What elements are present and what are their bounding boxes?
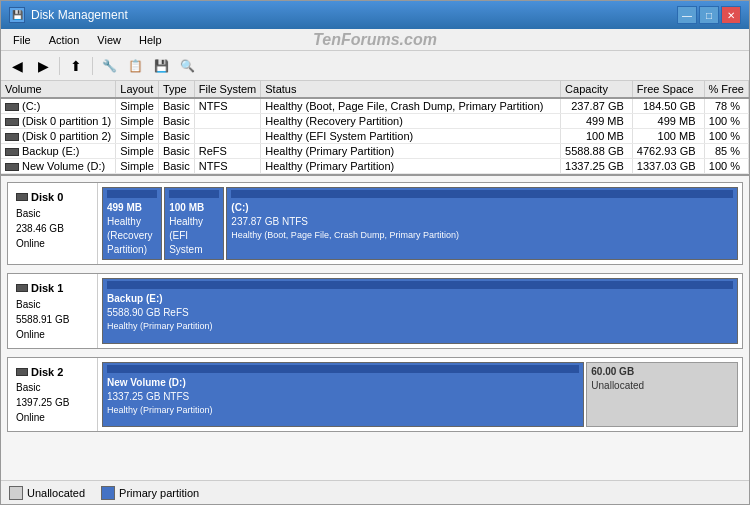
legend: Unallocated Primary partition (1, 480, 749, 504)
cell-volume: (C:) (1, 98, 116, 114)
part-label: 499 MB (107, 201, 157, 215)
part-bar (169, 190, 219, 198)
cell-layout: Simple (116, 159, 159, 174)
volume-table: Volume Layout Type File System Status Ca… (1, 81, 749, 174)
disk-status: Online (16, 327, 89, 342)
table-row[interactable]: (Disk 0 partition 1) Simple Basic Health… (1, 114, 749, 129)
partition-0-2[interactable]: (C:)237.87 GB NTFSHealthy (Boot, Page Fi… (226, 187, 738, 260)
table-row[interactable]: Backup (E:) Simple Basic ReFS Healthy (P… (1, 144, 749, 159)
cell-capacity: 1337.25 GB (561, 159, 633, 174)
part-sublabel2: Healthy (Primary Partition) (107, 320, 733, 333)
legend-primary-label: Primary partition (119, 487, 199, 499)
menu-action[interactable]: Action (41, 32, 88, 48)
disk-partitions-0: 499 MBHealthy (Recovery Partition)100 MB… (98, 183, 742, 264)
disk-visualization: Disk 0Basic238.46 GBOnline499 MBHealthy … (1, 176, 749, 480)
maximize-button[interactable]: □ (699, 6, 719, 24)
cell-layout: Simple (116, 114, 159, 129)
menu-help[interactable]: Help (131, 32, 170, 48)
toolbar-icon1[interactable]: 🔧 (97, 55, 121, 77)
cell-status: Healthy (EFI System Partition) (261, 129, 561, 144)
cell-volume: Backup (E:) (1, 144, 116, 159)
menu-bar: File Action View Help TenForums.com (1, 29, 749, 51)
partition-0-1[interactable]: 100 MBHealthy (EFI System (164, 187, 224, 260)
cell-layout: Simple (116, 144, 159, 159)
part-sublabel: 5588.90 GB ReFS (107, 306, 733, 320)
cell-free: 100 MB (632, 129, 704, 144)
legend-unalloc-box (9, 486, 23, 500)
cell-type: Basic (158, 114, 194, 129)
col-freespace: Free Space (632, 81, 704, 98)
toolbar-up[interactable]: ⬆ (64, 55, 88, 77)
disk-row-0: Disk 0Basic238.46 GBOnline499 MBHealthy … (7, 182, 743, 265)
part-sublabel2: Healthy (Primary Partition) (107, 404, 579, 417)
cell-capacity: 499 MB (561, 114, 633, 129)
cell-capacity: 237.87 GB (561, 98, 633, 114)
col-volume: Volume (1, 81, 116, 98)
legend-unallocated: Unallocated (9, 486, 85, 500)
disk-partitions-2: New Volume (D:)1337.25 GB NTFSHealthy (P… (98, 358, 742, 432)
toolbar-sep2 (92, 57, 93, 75)
partition-2-1[interactable]: 60.00 GBUnallocated (586, 362, 738, 428)
table-row[interactable]: New Volume (D:) Simple Basic NTFS Health… (1, 159, 749, 174)
part-bar (107, 281, 733, 289)
col-status: Status (261, 81, 561, 98)
toolbar-icon2[interactable]: 📋 (123, 55, 147, 77)
disk-size: 1397.25 GB (16, 395, 89, 410)
legend-primary: Primary partition (101, 486, 199, 500)
cell-type: Basic (158, 159, 194, 174)
cell-free: 1337.03 GB (632, 159, 704, 174)
cell-type: Basic (158, 98, 194, 114)
cell-pct: 100 % (704, 159, 748, 174)
toolbar-forward[interactable]: ▶ (31, 55, 55, 77)
part-bar (107, 365, 579, 373)
toolbar-icon4[interactable]: 🔍 (175, 55, 199, 77)
part-sublabel: 1337.25 GB NTFS (107, 390, 579, 404)
minimize-button[interactable]: — (677, 6, 697, 24)
toolbar-icon3[interactable]: 💾 (149, 55, 173, 77)
table-header-row: Volume Layout Type File System Status Ca… (1, 81, 749, 98)
title-bar: 💾 Disk Management — □ ✕ (1, 1, 749, 29)
legend-primary-box (101, 486, 115, 500)
cell-fs: ReFS (194, 144, 260, 159)
cell-layout: Simple (116, 98, 159, 114)
window-controls: — □ ✕ (677, 6, 741, 24)
menu-file[interactable]: File (5, 32, 39, 48)
cell-free: 499 MB (632, 114, 704, 129)
disk-status: Online (16, 410, 89, 425)
watermark: TenForums.com (313, 31, 437, 49)
partition-1-0[interactable]: Backup (E:)5588.90 GB ReFSHealthy (Prima… (102, 278, 738, 344)
col-type: Type (158, 81, 194, 98)
part-sublabel: 237.87 GB NTFS (231, 215, 733, 229)
cell-volume: (Disk 0 partition 1) (1, 114, 116, 129)
table-row[interactable]: (Disk 0 partition 2) Simple Basic Health… (1, 129, 749, 144)
disk-status: Online (16, 236, 89, 251)
disk-size: 5588.91 GB (16, 312, 89, 327)
table-row[interactable]: (C:) Simple Basic NTFS Healthy (Boot, Pa… (1, 98, 749, 114)
title-left: 💾 Disk Management (9, 7, 128, 23)
partition-2-0[interactable]: New Volume (D:)1337.25 GB NTFSHealthy (P… (102, 362, 584, 428)
toolbar-sep1 (59, 57, 60, 75)
partition-0-0[interactable]: 499 MBHealthy (Recovery Partition) (102, 187, 162, 260)
disk-label-0: Disk 0Basic238.46 GBOnline (8, 183, 98, 264)
cell-status: Healthy (Primary Partition) (261, 144, 561, 159)
toolbar-back[interactable]: ◀ (5, 55, 29, 77)
disk-name: Disk 2 (16, 364, 89, 381)
menu-view[interactable]: View (89, 32, 129, 48)
disk-management-window: 💾 Disk Management — □ ✕ File Action View… (0, 0, 750, 505)
cell-free: 184.50 GB (632, 98, 704, 114)
main-content: Volume Layout Type File System Status Ca… (1, 81, 749, 504)
cell-capacity: 100 MB (561, 129, 633, 144)
window-title: Disk Management (31, 8, 128, 22)
cell-pct: 85 % (704, 144, 748, 159)
part-bar (107, 190, 157, 198)
cell-type: Basic (158, 129, 194, 144)
close-button[interactable]: ✕ (721, 6, 741, 24)
col-filesystem: File System (194, 81, 260, 98)
disk-type: Basic (16, 380, 89, 395)
disk-label-2: Disk 2Basic1397.25 GBOnline (8, 358, 98, 432)
volume-table-section: Volume Layout Type File System Status Ca… (1, 81, 749, 176)
cell-pct: 100 % (704, 114, 748, 129)
cell-fs: NTFS (194, 159, 260, 174)
part-sublabel2: Healthy (Boot, Page File, Crash Dump, Pr… (231, 229, 733, 242)
cell-fs (194, 114, 260, 129)
